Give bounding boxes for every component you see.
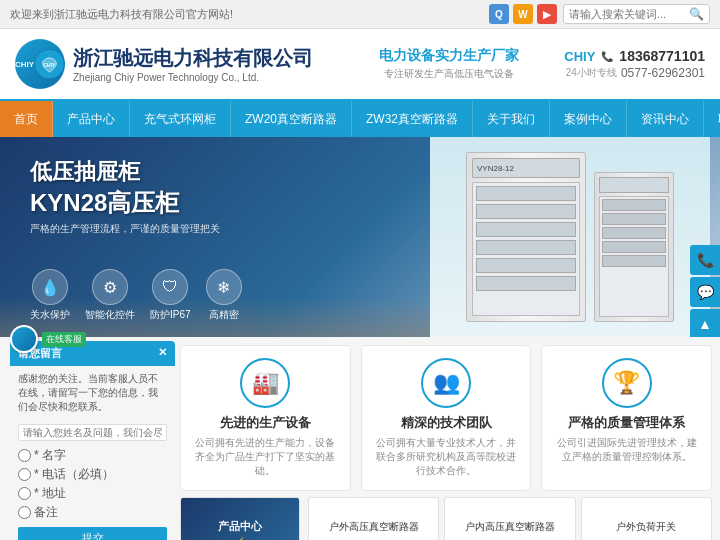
company-slogan: 电力设备实力生产厂家 专注研发生产高低压电气设备 — [313, 47, 564, 81]
feature-cards: 🏭 先进的生产设备 公司拥有先进的生产能力，设备齐全为广品生产打下了坚实的基础。… — [180, 337, 720, 491]
contact-brand: CHIY — [564, 49, 595, 64]
chat-radio-name[interactable]: * 名字 — [18, 447, 167, 464]
product-outdoor-hv[interactable]: 户外高压真空断路器 — [308, 497, 439, 540]
nav-contact[interactable]: 联系我们 — [704, 101, 720, 137]
avatar-area: 在线客服 — [10, 325, 86, 353]
feature-smart: ⚙ 智能化控件 — [85, 269, 135, 322]
logo-area: CHIY 浙江驰远电力科技有限公司 Zhejiang Chiy Power Te… — [15, 39, 313, 89]
chat-body: 感谢您的关注。当前客服人员不在线，请留写一下您的信息，我们会尽快和您联系。 — [10, 366, 175, 420]
chat-radio-group: * 名字 * 电话（必填） * 地址 备注 — [18, 447, 167, 521]
search-box[interactable]: 🔍 — [563, 4, 710, 24]
chat-submit-button[interactable]: 提交 — [18, 527, 167, 540]
quality-icon: 🏆 — [602, 358, 652, 408]
video-icon[interactable]: ▶ — [537, 4, 557, 24]
feature-smart-label: 智能化控件 — [85, 308, 135, 322]
slogan-sub: 专注研发生产高低压电气设备 — [333, 67, 564, 81]
nav-zw32[interactable]: ZW32真空断路器 — [352, 101, 473, 137]
cabinet-main: VYN28-12 — [466, 152, 586, 322]
hero-title1: 低压抽屉柜 — [30, 157, 220, 187]
feature-protect-label: 防护IP67 — [150, 308, 191, 322]
precision-icon: ❄ — [206, 269, 242, 305]
product-promo: 产品中心 ⚡ 专事高低压电气产品的研究高低系统综合企业... — [180, 497, 300, 540]
card-equipment: 🏭 先进的生产设备 公司拥有先进的生产能力，设备齐全为广品生产打下了坚实的基础。 — [180, 345, 351, 491]
feature-precision-label: 高精密 — [209, 308, 239, 322]
right-sidebar: 📞 💬 ▲ — [690, 245, 720, 337]
slogan-main: 电力设备实力生产厂家 — [333, 47, 564, 65]
contact-fax: 0577-62962301 — [621, 66, 705, 80]
card-team-title: 精深的技术团队 — [401, 414, 492, 432]
hero-title2: KYN28高压柜 — [30, 187, 220, 219]
team-icon: 👥 — [421, 358, 471, 408]
card-team-desc: 公司拥有大量专业技术人才，并联合多所研究机构及高等院校进行技术合作。 — [374, 436, 519, 478]
cabinet-secondary — [594, 172, 674, 322]
nav-about[interactable]: 关于我们 — [473, 101, 550, 137]
header: CHIY 浙江驰远电力科技有限公司 Zhejiang Chiy Power Te… — [0, 29, 720, 101]
feature-precision: ❄ 高精密 — [206, 269, 242, 322]
svg-text:CHIY: CHIY — [44, 63, 57, 68]
top-bar-right: Q W ▶ 🔍 — [489, 4, 710, 24]
chat-form: * 名字 * 电话（必填） * 地址 备注 提交 — [10, 420, 175, 540]
avatar — [10, 325, 38, 353]
top-bar: 欢迎来到浙江驰远电力科技有限公司官方网站! Q W ▶ 🔍 — [0, 0, 720, 29]
nav-products[interactable]: 产品中心 — [53, 101, 130, 137]
chat-radio-remarks[interactable]: 备注 — [18, 504, 167, 521]
weibo-icon[interactable]: W — [513, 4, 533, 24]
product-center-title: 产品中心 — [218, 519, 262, 534]
product-grid: 户外高压真空断路器 户内高压真空断路器 户外负荷开关 真空接触器 高低压成套设备… — [308, 497, 712, 540]
phone-sidebar-btn[interactable]: 📞 — [690, 245, 720, 275]
chat-close-icon[interactable]: ✕ — [158, 346, 167, 361]
hero-banner: 低压抽屉柜 KYN28高压柜 严格的生产管理流程，严谨的质量管理把关 💧 关水保… — [0, 137, 720, 337]
qq-icon[interactable]: Q — [489, 4, 509, 24]
chat-widget: 请您留言 ✕ 感谢您的关注。当前客服人员不在线，请留写一下您的信息，我们会尽快和… — [10, 341, 175, 540]
chat-radio-phone[interactable]: * 电话（必填） — [18, 466, 167, 483]
nav-news[interactable]: 资讯中心 — [627, 101, 704, 137]
top-sidebar-btn[interactable]: ▲ — [690, 309, 720, 337]
chat-radio-address[interactable]: * 地址 — [18, 485, 167, 502]
product-indoor-hv[interactable]: 户内高压真空断路器 — [444, 497, 575, 540]
card-equipment-title: 先进的生产设备 — [220, 414, 311, 432]
card-quality: 🏆 严格的质量管理体系 公司引进国际先进管理技术，建立严格的质量管理控制体系。 — [541, 345, 712, 491]
nav-home[interactable]: 首页 — [0, 101, 53, 137]
feature-water-label: 关水保护 — [30, 308, 70, 322]
hero-product-image: VYN28-12 — [430, 137, 710, 337]
product-promo-image: 产品中心 ⚡ — [181, 498, 299, 540]
card-quality-title: 严格的质量管理体系 — [568, 414, 685, 432]
feature-protect: 🛡 防护IP67 — [150, 269, 191, 322]
chat-message-input[interactable] — [18, 424, 167, 441]
hero-content: 低压抽屉柜 KYN28高压柜 严格的生产管理流程，严谨的质量管理把关 — [30, 157, 220, 236]
welcome-text: 欢迎来到浙江驰远电力科技有限公司官方网站! — [10, 7, 233, 22]
navigation: 首页 产品中心 充气式环网柜 ZW20真空断路器 ZW32真空断路器 关于我们 … — [0, 101, 720, 137]
nav-zw20[interactable]: ZW20真空断路器 — [231, 101, 352, 137]
equipment-icon: 🏭 — [240, 358, 290, 408]
contact-area: CHIY 📞 18368771101 24小时专线 0577-62962301 — [564, 48, 705, 80]
logo-icon: CHIY — [15, 39, 65, 89]
service-label: 24小时专线 — [566, 66, 617, 80]
chat-sidebar-btn[interactable]: 💬 — [690, 277, 720, 307]
product-section: 产品中心 ⚡ 专事高低压电气产品的研究高低系统综合企业... 户外高压真空断路器… — [180, 491, 720, 540]
card-quality-desc: 公司引进国际先进管理技术，建立严格的质量管理控制体系。 — [554, 436, 699, 464]
hero-desc: 严格的生产管理流程，严谨的质量管理把关 — [30, 222, 220, 236]
search-input[interactable] — [569, 8, 689, 20]
social-icons: Q W ▶ — [489, 4, 557, 24]
nav-cases[interactable]: 案例中心 — [550, 101, 627, 137]
product-outdoor-switch[interactable]: 户外负荷开关 — [581, 497, 712, 540]
protect-icon: 🛡 — [152, 269, 188, 305]
card-equipment-desc: 公司拥有先进的生产能力，设备齐全为广品生产打下了坚实的基础。 — [193, 436, 338, 478]
feature-water: 💧 关水保护 — [30, 269, 70, 322]
search-icon: 🔍 — [689, 7, 704, 21]
company-name-cn: 浙江驰远电力科技有限公司 — [73, 45, 313, 72]
smart-icon: ⚙ — [92, 269, 128, 305]
company-name-en: Zhejiang Chiy Power Technology Co., Ltd. — [73, 72, 313, 83]
contact-phone: 18368771101 — [619, 48, 705, 64]
card-team: 👥 精深的技术团队 公司拥有大量专业技术人才，并联合多所研究机构及高等院校进行技… — [361, 345, 532, 491]
logo-text: 浙江驰远电力科技有限公司 Zhejiang Chiy Power Technol… — [73, 45, 313, 83]
water-icon: 💧 — [32, 269, 68, 305]
nav-ring-cabinet[interactable]: 充气式环网柜 — [130, 101, 231, 137]
online-badge: 在线客服 — [42, 332, 86, 347]
hero-features: 💧 关水保护 ⚙ 智能化控件 🛡 防护IP67 ❄ 高精密 — [30, 269, 242, 322]
